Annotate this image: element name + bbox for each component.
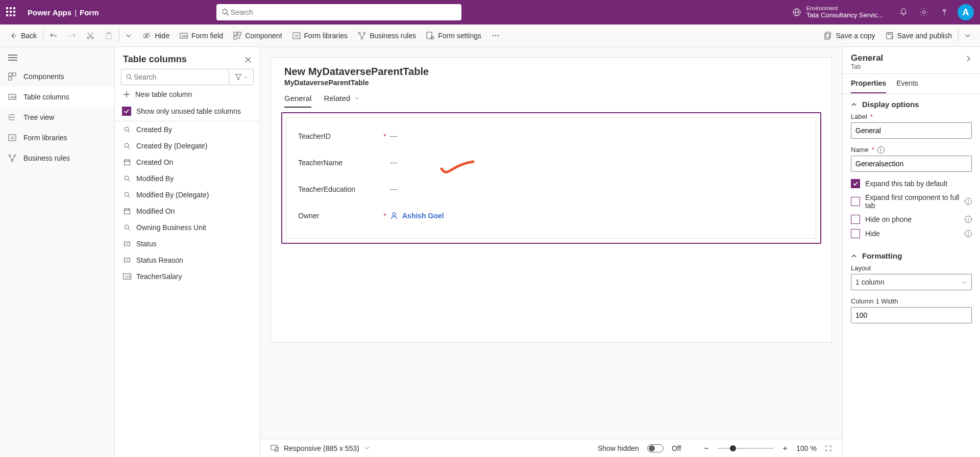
- expand-first-checkbox[interactable]: [851, 197, 860, 206]
- column-item[interactable]: Status: [115, 236, 260, 252]
- field-value[interactable]: ---: [390, 159, 397, 167]
- accordion-formatting[interactable]: Formatting: [851, 251, 972, 260]
- form-libraries-button[interactable]: JS Form libraries: [287, 24, 353, 46]
- tab-related[interactable]: Related: [324, 94, 360, 108]
- user-avatar[interactable]: A: [958, 4, 974, 20]
- form-title: New MyDataverseParentTable: [284, 66, 818, 78]
- overflow-button[interactable]: [486, 24, 505, 46]
- rail-collapse-button[interactable]: [0, 49, 114, 66]
- business-rules-button[interactable]: Business rules: [353, 24, 421, 46]
- panel-close-button[interactable]: [244, 56, 252, 63]
- new-table-column-button[interactable]: New table column: [115, 85, 260, 104]
- undo-button[interactable]: [44, 24, 63, 46]
- info-icon[interactable]: i: [877, 146, 885, 154]
- help-icon[interactable]: [934, 0, 954, 24]
- more-icon: [492, 32, 500, 40]
- info-icon[interactable]: i: [965, 198, 972, 205]
- form-field-teachername[interactable]: TeacherName---: [298, 149, 804, 176]
- rail-business-rules[interactable]: Business rules: [0, 148, 114, 168]
- hide-phone-checkbox[interactable]: [851, 215, 860, 224]
- notifications-icon[interactable]: [893, 0, 914, 24]
- environment-picker[interactable]: Environment Tata Consultancy Servic...: [792, 5, 883, 19]
- settings-icon[interactable]: [914, 0, 934, 24]
- column-search-input[interactable]: [133, 72, 225, 82]
- svg-rect-15: [234, 32, 237, 35]
- accordion-display-options[interactable]: Display options: [851, 100, 972, 109]
- rail-table-columns[interactable]: Abc Table columns: [0, 87, 114, 107]
- column-filter-button[interactable]: [229, 69, 254, 85]
- hide-button[interactable]: Hide: [137, 24, 175, 46]
- hide-row[interactable]: Hide i: [851, 229, 972, 238]
- info-icon[interactable]: i: [965, 216, 972, 223]
- column-search[interactable]: [121, 69, 229, 85]
- svg-point-5: [923, 11, 925, 14]
- show-unused-checkbox[interactable]: [122, 107, 131, 116]
- show-hidden-toggle[interactable]: [647, 444, 664, 452]
- hide-phone-row[interactable]: Hide on phone i: [851, 215, 972, 224]
- column-item[interactable]: Created By (Delegate): [115, 138, 260, 154]
- expand-default-checkbox[interactable]: [851, 179, 860, 188]
- redo-button[interactable]: [63, 24, 81, 46]
- form-settings-button[interactable]: Form settings: [421, 24, 486, 46]
- form-field-button[interactable]: Abc Form field: [175, 24, 228, 46]
- props-tab-events[interactable]: Events: [896, 74, 918, 93]
- chevron-down-icon[interactable]: [364, 445, 370, 451]
- fit-icon[interactable]: [825, 445, 832, 452]
- selected-section[interactable]: TeacherID*---TeacherName---TeacherEducat…: [281, 112, 821, 244]
- owner-value[interactable]: Ashish Goel: [390, 212, 444, 220]
- column-item[interactable]: Modified By: [115, 170, 260, 187]
- app-title: Power Apps|Form: [28, 8, 99, 17]
- name-input[interactable]: [851, 156, 972, 172]
- form-field-teachereducation[interactable]: TeacherEducation---: [298, 176, 804, 202]
- waffle-icon[interactable]: [6, 7, 16, 17]
- hide-checkbox[interactable]: [851, 229, 860, 238]
- zoom-in-icon[interactable]: [782, 445, 788, 451]
- lookup-icon: [123, 191, 131, 198]
- show-unused-checkbox-row[interactable]: Show only unused table columns: [115, 104, 260, 121]
- global-search-input[interactable]: [230, 8, 456, 17]
- field-value[interactable]: ---: [390, 132, 397, 140]
- column-item[interactable]: Created By: [115, 121, 260, 138]
- props-tab-properties[interactable]: Properties: [851, 74, 886, 93]
- column-item[interactable]: Status Reason: [115, 252, 260, 268]
- back-button[interactable]: Back: [4, 24, 42, 46]
- column-width-input[interactable]: [851, 307, 972, 323]
- column-item[interactable]: Modified On: [115, 203, 260, 219]
- column-label: Status: [136, 240, 157, 248]
- column-item[interactable]: Modified By (Delegate): [115, 187, 260, 203]
- rail-components[interactable]: Components: [0, 66, 114, 87]
- rail-form-libraries[interactable]: JS Form libraries: [0, 128, 114, 148]
- column-item[interactable]: Created On: [115, 154, 260, 170]
- component-button[interactable]: Component: [228, 24, 287, 46]
- label-input[interactable]: [851, 122, 972, 139]
- expand-default-row[interactable]: Expand this tab by default: [851, 179, 972, 188]
- form-field-owner[interactable]: Owner * Ashish Goel: [298, 202, 804, 229]
- save-publish-chevron[interactable]: [960, 24, 976, 46]
- props-subtitle: Tab: [851, 63, 883, 70]
- option-icon: [123, 240, 131, 247]
- paste-button[interactable]: [100, 24, 118, 46]
- column-item[interactable]: 123TeacherSalary: [115, 268, 260, 285]
- name-label: Name: [851, 146, 869, 154]
- props-expand-button[interactable]: [965, 53, 972, 62]
- cut-button[interactable]: [81, 24, 100, 46]
- svg-point-25: [432, 37, 433, 38]
- expand-first-row[interactable]: Expand first component to full tab i: [851, 193, 972, 210]
- info-icon[interactable]: i: [965, 230, 972, 237]
- form-card[interactable]: New MyDataverseParentTable MyDataversePa…: [271, 57, 832, 343]
- layout-select[interactable]: 1 column: [851, 274, 972, 290]
- form-field-teacherid[interactable]: TeacherID*---: [298, 123, 804, 149]
- zoom-slider[interactable]: [718, 448, 774, 449]
- global-search[interactable]: [216, 4, 461, 20]
- rail-tree-view[interactable]: Tree view: [0, 107, 114, 128]
- column-item[interactable]: Owning Business Unit: [115, 219, 260, 236]
- field-value[interactable]: ---: [390, 185, 397, 193]
- chevron-dropdown[interactable]: [120, 24, 137, 46]
- tab-general[interactable]: General: [284, 94, 311, 108]
- zoom-out-icon[interactable]: [703, 445, 709, 451]
- save-copy-button[interactable]: Save a copy: [819, 24, 880, 46]
- required-mark: *: [380, 132, 390, 140]
- save-publish-button[interactable]: Save and publish: [880, 24, 957, 46]
- responsive-label[interactable]: Responsive (885 x 553): [284, 444, 359, 452]
- svg-rect-37: [13, 73, 16, 76]
